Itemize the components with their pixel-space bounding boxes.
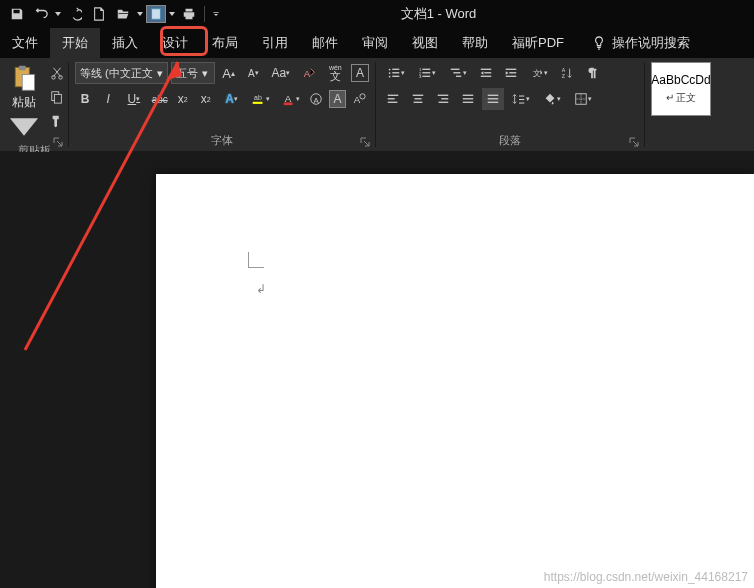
svg-text:A: A — [314, 96, 320, 105]
font-face-combo[interactable]: 等线 (中文正文▾ — [75, 62, 168, 84]
svg-rect-37 — [506, 76, 517, 77]
tab-layout[interactable]: 布局 — [200, 28, 250, 58]
format-painter-button[interactable] — [46, 110, 68, 132]
tab-design[interactable]: 设计 — [150, 28, 200, 58]
align-left-button[interactable] — [382, 88, 404, 110]
multilevel-button[interactable]: ▾ — [444, 62, 472, 84]
svg-rect-42 — [388, 98, 395, 99]
copy-button[interactable] — [46, 86, 68, 108]
svg-rect-53 — [488, 95, 499, 96]
show-marks-button[interactable] — [581, 62, 603, 84]
underline-button[interactable]: U▾ — [121, 88, 147, 110]
tab-home[interactable]: 开始 — [50, 28, 100, 58]
svg-rect-51 — [463, 98, 474, 99]
save-button[interactable] — [6, 3, 28, 25]
svg-rect-58 — [519, 103, 524, 104]
svg-text:Z: Z — [562, 73, 566, 79]
italic-button[interactable]: I — [98, 88, 118, 110]
tab-mailings[interactable]: 邮件 — [300, 28, 350, 58]
align-justify-button[interactable] — [457, 88, 479, 110]
tell-me-search[interactable]: 操作说明搜索 — [576, 28, 698, 58]
svg-rect-43 — [388, 102, 398, 103]
increase-indent-button[interactable] — [500, 62, 522, 84]
text-effects-button[interactable]: A▾ — [219, 88, 245, 110]
numbering-button[interactable]: 123▾ — [413, 62, 441, 84]
superscript-button[interactable]: x2 — [196, 88, 216, 110]
qa-separator — [204, 6, 205, 22]
style-normal[interactable]: AaBbCcDd ↵ 正文 — [651, 62, 711, 116]
align-distribute-button[interactable] — [482, 88, 504, 110]
ribbon-tabs: 文件 开始 插入 设计 布局 引用 邮件 审阅 视图 帮助 福昕PDF 操作说明… — [0, 28, 754, 58]
tab-references[interactable]: 引用 — [250, 28, 300, 58]
char-scale-button[interactable]: A — [349, 88, 369, 110]
svg-rect-52 — [463, 102, 474, 103]
undo-button[interactable] — [30, 3, 52, 25]
tab-insert[interactable]: 插入 — [100, 28, 150, 58]
page-view-dropdown[interactable] — [168, 12, 176, 16]
paste-button[interactable]: 粘贴 — [6, 62, 42, 143]
shrink-font-button[interactable]: A▾ — [242, 62, 264, 84]
sort-button[interactable]: AZ — [556, 62, 578, 84]
align-center-button[interactable] — [407, 88, 429, 110]
svg-rect-33 — [484, 72, 491, 73]
tab-foxit-pdf[interactable]: 福昕PDF — [500, 28, 576, 58]
svg-rect-10 — [253, 102, 263, 104]
cut-button[interactable] — [46, 62, 68, 84]
borders-button[interactable]: ▾ — [569, 88, 597, 110]
tell-me-label: 操作说明搜索 — [612, 34, 690, 52]
bold-button[interactable]: B — [75, 88, 95, 110]
tab-file[interactable]: 文件 — [0, 28, 50, 58]
quick-access-toolbar — [0, 3, 223, 25]
subscript-button[interactable]: x2 — [173, 88, 193, 110]
document-page[interactable]: ↲ — [156, 174, 754, 588]
svg-rect-29 — [451, 69, 460, 70]
new-doc-button[interactable] — [88, 3, 110, 25]
char-border-button[interactable]: A — [351, 64, 369, 82]
qa-customize-dropdown[interactable] — [209, 12, 223, 16]
change-case-button[interactable]: Aa▾ — [267, 62, 295, 84]
tab-review[interactable]: 审阅 — [350, 28, 400, 58]
svg-rect-20 — [392, 72, 399, 73]
paragraph-mark-icon: ↲ — [256, 282, 266, 296]
svg-rect-41 — [388, 95, 399, 96]
undo-dropdown[interactable] — [54, 12, 62, 16]
bullets-button[interactable]: ▾ — [382, 62, 410, 84]
align-right-button[interactable] — [432, 88, 454, 110]
char-shading-button[interactable]: A — [306, 88, 326, 110]
svg-text:文: 文 — [533, 69, 541, 78]
text-direction-button[interactable]: 文▾ — [525, 62, 553, 84]
print-button[interactable] — [178, 3, 200, 25]
grow-font-button[interactable]: A▴ — [218, 62, 240, 84]
title-bar: 文档1 - Word — [0, 0, 754, 28]
svg-rect-7 — [54, 94, 61, 103]
svg-rect-50 — [463, 95, 474, 96]
tab-help[interactable]: 帮助 — [450, 28, 500, 58]
open-button[interactable] — [112, 3, 134, 25]
group-font: 等线 (中文正文▾ 五号▾ A▴ A▾ Aa▾ A wén文 A B I U▾ … — [69, 58, 375, 151]
phonetic-guide-button[interactable]: wén文 — [322, 62, 348, 84]
page-view-button[interactable] — [146, 5, 166, 23]
line-spacing-button[interactable]: ▾ — [507, 88, 535, 110]
font-size-combo[interactable]: 五号▾ — [171, 62, 215, 84]
svg-rect-56 — [519, 96, 524, 97]
strike-button[interactable]: abc — [150, 88, 170, 110]
svg-rect-26 — [422, 72, 430, 73]
clipboard-launcher[interactable] — [53, 136, 66, 149]
paragraph-launcher[interactable] — [629, 136, 642, 149]
shading-button[interactable]: ▾ — [538, 88, 566, 110]
svg-rect-35 — [506, 69, 517, 70]
svg-rect-57 — [519, 99, 524, 100]
decrease-indent-button[interactable] — [475, 62, 497, 84]
highlight-button[interactable]: ab▾ — [247, 88, 274, 110]
font-launcher[interactable] — [360, 136, 373, 149]
clear-format-button[interactable]: A — [298, 62, 320, 84]
redo-button[interactable] — [64, 3, 86, 25]
open-dropdown[interactable] — [136, 12, 144, 16]
font-color-button[interactable]: A▾ — [278, 88, 304, 110]
svg-rect-45 — [415, 98, 422, 99]
enclose-char-button[interactable]: A — [329, 90, 346, 108]
svg-rect-36 — [509, 72, 516, 73]
tab-view[interactable]: 视图 — [400, 28, 450, 58]
watermark-text: https://blog.csdn.net/weixin_44168217 — [544, 570, 748, 584]
svg-text:A: A — [284, 93, 291, 104]
